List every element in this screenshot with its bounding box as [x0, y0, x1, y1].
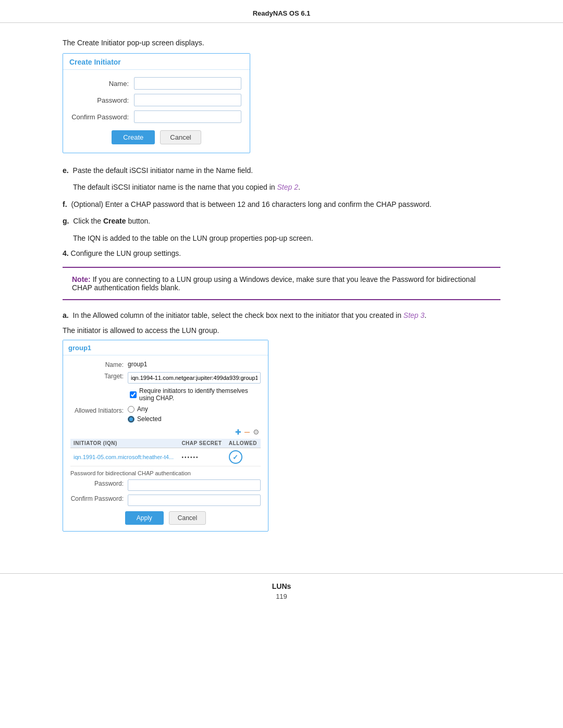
target-input[interactable] [128, 372, 261, 384]
group-body: Name: group1 Target: Require initiators … [63, 355, 268, 531]
cancel-button[interactable]: Cancel [160, 130, 201, 144]
col-allowed-header: ALLOWED [226, 439, 261, 448]
chap-cell: •••••• [178, 448, 225, 466]
bidir-label: Password for bidirectional CHAP authenti… [70, 470, 261, 476]
page-header: ReadyNAS OS 6.1 [0, 0, 563, 23]
group-confirm-row: Confirm Password: [70, 495, 261, 506]
allowed-check[interactable]: ✓ [229, 450, 242, 464]
dialog-buttons: Create Cancel [71, 130, 241, 144]
confirm-password-input[interactable] [134, 110, 241, 123]
step-g-post: button. [126, 217, 151, 225]
step-4-text: Configure the LUN group settings. [71, 249, 181, 257]
password-input[interactable] [134, 94, 241, 106]
col-iqn-header: INITIATOR (IQN) [70, 439, 178, 448]
apply-button[interactable]: Apply [125, 511, 164, 525]
radio-selected[interactable] [128, 416, 134, 423]
confirm-password-label: Confirm Password: [71, 113, 134, 121]
header-title: ReadyNAS OS 6.1 [253, 9, 311, 17]
step-g: g. Click the Create button. [63, 215, 500, 227]
password-row: Password: [71, 94, 241, 106]
table-row: iqn.1991-05.com.microsoft:heather-t4... … [70, 448, 261, 466]
step-e-letter: e. [63, 166, 69, 175]
allowed-initiators-label: Allowed Initiators: [70, 405, 128, 414]
chap-checkbox[interactable] [130, 391, 137, 398]
step-a: a. In the Allowed column of the initiato… [63, 310, 500, 321]
icon-row: ✚ ─ ⚙ [70, 428, 261, 436]
step-e-sub-text: The default iSCSI initiator name is the … [73, 183, 277, 191]
password-label: Password: [71, 96, 134, 104]
step-g-pre: Click the [73, 217, 103, 225]
group-dialog: group1 Name: group1 Target: Require init… [63, 340, 268, 532]
chap-label-spacer [70, 387, 128, 388]
col-chap-header: CHAP SECRET [178, 439, 225, 448]
group-cancel-button[interactable]: Cancel [169, 511, 206, 525]
radio-any[interactable] [128, 406, 134, 413]
step-f-letter: f. [63, 200, 67, 208]
step-g-letter: g. [63, 217, 69, 225]
group-name-label: Name: [70, 361, 128, 368]
group-target-value [128, 372, 261, 384]
confirm-password-row: Confirm Password: [71, 110, 241, 123]
step-g-bold: Create [103, 217, 126, 225]
group-target-label: Target: [70, 372, 128, 380]
page-content: The Create Initiator pop-up screen displ… [0, 23, 563, 558]
page-footer: LUNs 119 [0, 573, 563, 606]
group-buttons: Apply Cancel [70, 511, 261, 525]
step-f-text: (Optional) Enter a CHAP password that is… [71, 200, 431, 208]
radio-selected-row: Selected [128, 415, 162, 423]
step-4-num: 4. [63, 249, 69, 257]
step-e-text: Paste the default iSCSI initiator name i… [73, 166, 253, 175]
name-label: Name: [71, 80, 134, 88]
name-input[interactable] [134, 77, 241, 90]
initiator-allowed-text: The initiator is allowed to access the L… [63, 326, 500, 335]
group-name-row: Name: group1 [70, 361, 261, 368]
step-g-sub-text: The IQN is added to the table on the LUN… [73, 234, 313, 242]
step-a-end: . [424, 311, 426, 319]
settings-icon[interactable]: ⚙ [253, 428, 260, 436]
step2-link[interactable]: Step 2 [277, 183, 298, 191]
group-password-input[interactable] [128, 479, 261, 491]
remove-icon[interactable]: ─ [244, 428, 250, 436]
step-e-sub-end: . [298, 183, 300, 191]
note-label: Note: [72, 275, 91, 283]
step-g-sub: The IQN is added to the table on the LUN… [73, 232, 500, 244]
note-box: Note: If you are connecting to a LUN gro… [63, 267, 500, 300]
group-confirm-input[interactable] [128, 495, 261, 506]
step-a-text: In the Allowed column of the initiator t… [73, 311, 403, 319]
name-row: Name: [71, 77, 241, 90]
radio-any-label: Any [137, 405, 148, 413]
initiator-table: INITIATOR (IQN) CHAP SECRET ALLOWED iqn.… [70, 439, 261, 466]
dialog-title: Create Initiator [63, 54, 250, 70]
footer-page: 119 [0, 593, 563, 600]
chap-checkbox-row: Require initiators to identify themselve… [70, 387, 261, 402]
create-button[interactable]: Create [112, 130, 155, 144]
step-a-letter: a. [63, 311, 69, 319]
step-e: e. Paste the default iSCSI initiator nam… [63, 165, 500, 176]
step-f: f. (Optional) Enter a CHAP password that… [63, 199, 500, 210]
dialog-body: Name: Password: Confirm Password: Create… [63, 70, 250, 153]
allowed-cell: ✓ [226, 448, 261, 466]
note-text: If you are connecting to a LUN group usi… [72, 275, 475, 292]
group-target-row: Target: [70, 372, 261, 384]
group-name-value: group1 [128, 361, 261, 368]
group-password-row: Password: [70, 479, 261, 491]
create-initiator-dialog: Create Initiator Name: Password: Confirm… [63, 53, 250, 153]
group-confirm-label: Confirm Password: [70, 495, 128, 502]
chap-checkbox-container: Require initiators to identify themselve… [130, 387, 261, 402]
chap-checkbox-label: Require initiators to identify themselve… [139, 387, 261, 402]
group-password-label: Password: [70, 479, 128, 487]
radio-any-row: Any [128, 405, 162, 413]
add-icon[interactable]: ✚ [235, 428, 241, 436]
allowed-initiators-row: Allowed Initiators: Any Selected [70, 405, 261, 424]
intro-text: The Create Initiator pop-up screen displ… [63, 39, 500, 47]
radio-group: Any Selected [128, 405, 162, 424]
radio-selected-label: Selected [137, 415, 162, 423]
footer-section: LUNs [0, 582, 563, 590]
step-4: 4. Configure the LUN group settings. [63, 249, 500, 257]
step-e-sub: The default iSCSI initiator name is the … [73, 181, 500, 193]
iqn-cell: iqn.1991-05.com.microsoft:heather-t4... [70, 448, 178, 466]
step3-link[interactable]: Step 3 [403, 311, 424, 319]
group-title: group1 [63, 340, 268, 355]
